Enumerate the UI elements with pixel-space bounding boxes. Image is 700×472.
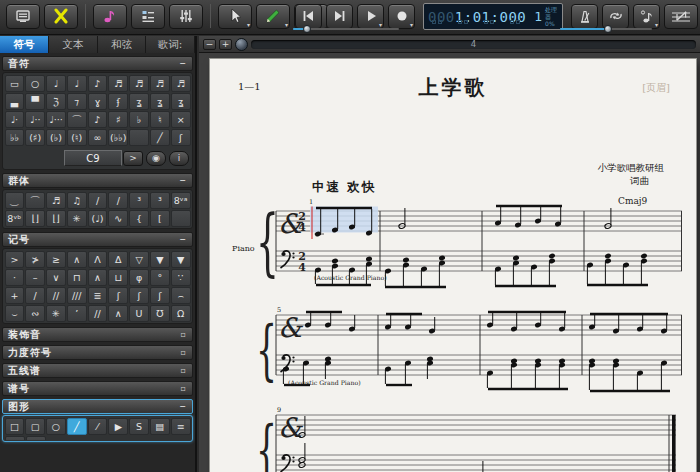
palette-cell[interactable]: ♬ <box>171 75 191 92</box>
collapse-icon[interactable]: − <box>179 60 187 68</box>
credit-line-2[interactable]: 词曲 <box>630 175 649 188</box>
palette-cell[interactable]: ∕∕ <box>46 287 66 304</box>
palette-cell[interactable]: ∕ <box>25 287 45 304</box>
palette-cell[interactable]: ≣ <box>88 287 108 304</box>
palette-cell[interactable]: ⁀ <box>25 192 45 209</box>
palette-cell[interactable] <box>129 129 149 146</box>
palette-cell[interactable]: ∞ <box>88 129 108 146</box>
palette-cell[interactable]: ≯ <box>25 251 45 268</box>
tab-lyrics[interactable]: 歌词: <box>146 36 195 53</box>
palette-cell[interactable]: φ <box>129 269 149 286</box>
palette-cell[interactable]: ♭ <box>129 111 149 128</box>
tab-text[interactable]: 文本 <box>49 36 98 53</box>
palette-cell[interactable]: S <box>129 418 149 435</box>
palette-cell[interactable]: ʓ <box>171 93 191 110</box>
tempo-slider[interactable] <box>293 25 399 33</box>
palette-cell[interactable]: ♯ <box>108 111 128 128</box>
section-header-clefs[interactable]: 谱号▫ <box>2 381 193 396</box>
palette-cell[interactable]: Λ <box>88 251 108 268</box>
palette-cell[interactable]: ʄ <box>108 93 128 110</box>
palette-cell[interactable]: ♩ <box>67 75 87 92</box>
credit-line-1[interactable]: 小学歌唱教研组 <box>598 162 665 175</box>
palette-cell[interactable]: ▭ <box>5 436 25 441</box>
palette-cell[interactable]: 8ᵛᵃ <box>171 192 191 209</box>
palette-cell[interactable]: Ʊ <box>150 305 170 322</box>
palette-cell[interactable]: ⊓ <box>67 269 87 286</box>
palette-cell[interactable]: ✳ <box>46 305 66 322</box>
palette-cell[interactable]: Ω <box>171 305 191 322</box>
track-list-button[interactable] <box>131 4 165 29</box>
tab-chords[interactable]: 和弦 <box>98 36 147 53</box>
palette-cell[interactable]: ▢ <box>25 418 45 435</box>
palette-cell[interactable]: ♩ <box>46 75 66 92</box>
collapse-icon[interactable]: − <box>179 403 187 411</box>
palette-cell[interactable]: ≥ <box>46 251 66 268</box>
palette-cell[interactable]: (♭♭) <box>108 129 128 146</box>
volume-slider[interactable] <box>560 25 652 33</box>
palette-cell[interactable]: ∾ <box>25 305 45 322</box>
score-page[interactable]: 1—1 上学歌 [页眉] 小学歌唱教研组 词曲 中速 欢快 Piano { <box>210 59 696 472</box>
palette-cell[interactable]: { <box>129 210 149 227</box>
palette-cell[interactable]: ♬ <box>108 75 128 92</box>
palette-cell[interactable]: ▀ <box>25 93 45 110</box>
palette-cell[interactable]: ʃ <box>171 129 191 146</box>
pointer-tool-button[interactable]: ▾ <box>218 4 252 29</box>
palette-cell[interactable]: (♩) <box>88 210 108 227</box>
cross-staff-button[interactable] <box>664 4 698 29</box>
palette-cell[interactable]: ɣ <box>88 93 108 110</box>
system-3[interactable]: { & 9 <box>230 405 686 472</box>
mixer-button[interactable] <box>169 4 203 29</box>
palette-cell[interactable]: ∿ <box>108 210 128 227</box>
palette-cell[interactable]: ♪ <box>88 111 108 128</box>
notes-palette-button[interactable] <box>93 4 127 29</box>
palette-cell[interactable]: ⁀ <box>67 111 87 128</box>
palette-cell[interactable]: ’ <box>67 305 87 322</box>
palette-cell[interactable]: – <box>25 269 45 286</box>
page-header-placeholder[interactable]: [页眉] <box>642 81 670 95</box>
zoom-in-button[interactable]: + <box>219 39 232 50</box>
palette-cell[interactable]: 8ᵛᵇ <box>5 210 25 227</box>
palette-cell[interactable]: ≡ <box>171 418 191 435</box>
palette-cell[interactable]: ▃ <box>5 93 25 110</box>
section-header-notes[interactable]: 音符− <box>2 56 193 71</box>
palette-cell[interactable]: ∕∕∕ <box>67 287 87 304</box>
palette-cell[interactable]: ▭ <box>5 75 25 92</box>
section-header-marks[interactable]: 记号− <box>2 232 193 247</box>
section-header-graphics[interactable]: 图形− <box>2 399 193 414</box>
palette-cell[interactable]: ▤ <box>150 418 170 435</box>
palette-cell[interactable]: ⊔ <box>108 269 128 286</box>
tab-symbols[interactable]: 符号 <box>0 36 49 53</box>
system-2[interactable]: { & 5 <box>230 305 686 407</box>
palette-cell[interactable]: ³ <box>129 192 149 209</box>
section-header-staff[interactable]: 五线谱▫ <box>2 363 193 378</box>
palette-cell[interactable]: U <box>129 305 149 322</box>
palette-cell[interactable]: ⌢ <box>171 287 191 304</box>
palette-cell[interactable]: ∕ <box>88 192 108 209</box>
palette-cell[interactable]: ³ <box>150 192 170 209</box>
system-1[interactable]: Piano { & 24 24 <box>230 193 686 301</box>
palette-cell[interactable]: ▽ <box>129 251 149 268</box>
palette-cell[interactable]: ⌊⌋ <box>46 210 66 227</box>
collapse-icon[interactable]: − <box>179 236 187 244</box>
palette-cell[interactable]: ♬ <box>46 192 66 209</box>
palette-cell[interactable]: ° <box>150 269 170 286</box>
section-header-groups[interactable]: 群体− <box>2 173 193 188</box>
palette-cell[interactable]: ♪ <box>88 75 108 92</box>
palette-cell[interactable]: ╱ <box>150 129 170 146</box>
ruler-knob[interactable] <box>235 38 248 51</box>
palette-cell[interactable]: ʃ <box>108 287 128 304</box>
expand-icon[interactable]: ▫ <box>181 349 187 357</box>
chord-symbol[interactable]: Cmaj9 <box>618 196 648 206</box>
section-header-dynamics[interactable]: 力度符号▫ <box>2 345 193 360</box>
palette-cell[interactable]: ∕ <box>108 192 128 209</box>
palette-cell[interactable]: (♭) <box>46 129 66 146</box>
palette-cell[interactable]: ○ <box>46 418 66 435</box>
engrave-view-button[interactable] <box>6 4 40 29</box>
score-title[interactable]: 上学歌 <box>210 74 696 101</box>
palette-cell[interactable]: ʃ <box>150 287 170 304</box>
pencil-tool-button[interactable]: ▾ <box>256 4 290 29</box>
palette-cell[interactable]: ∵ <box>171 269 191 286</box>
expand-icon[interactable]: ▫ <box>181 367 187 375</box>
midi-input-button[interactable]: ◉ <box>146 151 166 166</box>
palette-cell[interactable]: ⌊⌋ <box>25 210 45 227</box>
